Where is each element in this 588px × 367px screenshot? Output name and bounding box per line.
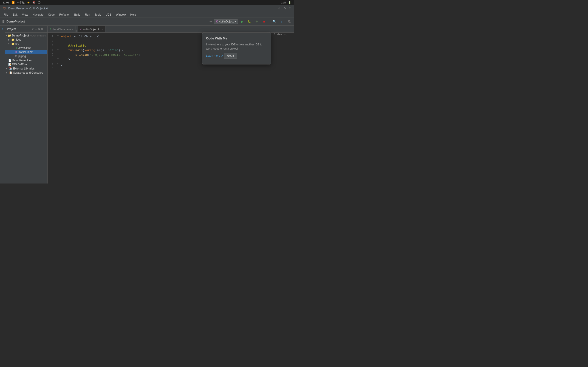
menu-navigate[interactable]: Navigate <box>31 13 45 17</box>
tree-item-readme[interactable]: 📝 README.md <box>5 62 47 67</box>
tree-path-demoproject: ~/DemoProject <box>30 34 46 37</box>
tree-label-kotlinobject: KotlinObject <box>18 50 33 54</box>
app-shield-icon: 🛡 <box>3 7 6 10</box>
indexing-label: Indexing... <box>274 33 292 37</box>
fold-icon-4[interactable]: ▽ <box>56 48 60 52</box>
tab-separator: | <box>76 29 78 32</box>
menu-build[interactable]: Build <box>72 13 82 17</box>
dropdown-icon: ▾ <box>234 20 236 23</box>
status-bar-top-left: 12:05 📶 中学版 ⚡ 🔇 ⓘ <box>3 1 40 4</box>
tree-item-demoproject[interactable]: ▾ 📁 DemoProject ~/DemoProject <box>5 33 47 38</box>
menu-view[interactable]: View <box>20 13 30 17</box>
panel-settings-icon[interactable]: ⚙ <box>32 27 34 31</box>
run-config-selector[interactable]: K KotlinObject ▾ <box>214 19 238 24</box>
panel-gear-icon[interactable]: ⚙ <box>41 27 43 31</box>
tree-item-external-libs[interactable]: ▶ 📚 External Libraries <box>5 67 47 71</box>
menu-run[interactable]: Run <box>83 13 92 17</box>
tree-label-src: src <box>15 42 19 45</box>
tab-kotlinobject[interactable]: K KotlinObject.kt × <box>78 26 105 32</box>
left-sidebar-icons: P <box>0 26 5 184</box>
code-line-8: 8 <box>48 67 294 71</box>
editor-area: J JavaClass.java × | K KotlinObject.kt ×… <box>48 26 294 184</box>
tree-item-pjpng[interactable]: 🖼 pj.png <box>5 54 47 58</box>
popup-title: Code With Me <box>206 36 267 40</box>
learn-more-link[interactable]: Learn more ↗ <box>206 54 223 57</box>
tree-label-pjpng: pj.png <box>18 55 26 58</box>
menu-vcs[interactable]: VCS <box>104 13 113 17</box>
tree-arrow: ▶ <box>6 67 8 70</box>
iml-file-icon: 📄 <box>8 59 11 62</box>
main-content: P ★ Favorites Structure Project ⚙ ☰ ⇅ ⚙ … <box>0 26 294 184</box>
fold-icon-7[interactable]: ▽ <box>56 62 60 65</box>
coverage-button[interactable]: ☂ <box>254 18 260 25</box>
tree-label-demoprojectiml: DemoProject.iml <box>12 59 32 62</box>
app-name: 中学版 <box>17 1 25 4</box>
panel-layout-icon[interactable]: ☰ <box>35 27 37 31</box>
menu-tools[interactable]: Tools <box>93 13 103 17</box>
debug-button[interactable]: 🐛 <box>246 18 253 25</box>
folder-icon-extlibs: 📚 <box>9 67 12 70</box>
tree-item-kotlinobject[interactable]: K KotlinObject <box>5 50 47 54</box>
tab-javaclass-close[interactable]: × <box>72 28 73 31</box>
java-file-icon: J <box>15 47 18 49</box>
status-bar-top: 12:05 📶 中学版 ⚡ 🔇 ⓘ 21% 🔋 <box>0 0 294 5</box>
project-panel: Project ⚙ ☰ ⇅ ⚙ − ▾ 📁 DemoProject ~/Demo… <box>5 26 48 184</box>
tree-arrow: ▾ <box>6 34 7 37</box>
mute-icon: 🔇 <box>32 1 36 4</box>
menu-help[interactable]: Help <box>128 13 138 17</box>
share-button[interactable]: ⇪ <box>289 7 291 10</box>
menu-code[interactable]: Code <box>46 13 57 17</box>
tree-item-javaclass[interactable]: J JavaClass <box>5 46 47 50</box>
tab-javaclass[interactable]: J JavaClass.java × <box>48 26 76 32</box>
menu-edit[interactable]: Edit <box>11 13 19 17</box>
panel-close-icon[interactable]: − <box>44 28 45 31</box>
popup-text: Invite others to your IDE or join anothe… <box>206 42 267 51</box>
star-button[interactable]: ☆ <box>278 7 281 10</box>
kotlin-run-icon: K <box>216 20 218 23</box>
editor-tabs: J JavaClass.java × | K KotlinObject.kt × <box>48 26 294 33</box>
menu-file[interactable]: File <box>2 13 10 17</box>
tree-label-idea: .idea <box>15 38 21 41</box>
project-icon-area: 🖥 DemoProject <box>2 20 25 23</box>
sidebar-project-toggle[interactable]: P <box>0 27 5 31</box>
got-it-button[interactable]: Got It <box>224 53 237 58</box>
tree-item-demoprojectiml[interactable]: 📄 DemoProject.iml <box>5 58 47 62</box>
tree-label-readme: README.md <box>12 63 28 66</box>
wifi-icon: 📶 <box>11 1 15 4</box>
update-button[interactable]: ↑ <box>278 18 285 25</box>
code-content-8 <box>60 67 294 71</box>
learn-more-text: Learn more <box>206 54 220 57</box>
tree-label-scratches: Scratches and Consoles <box>13 71 43 74</box>
toolbar-back-btn[interactable]: ↩ <box>208 19 213 24</box>
fold-icon-6[interactable]: ▽ <box>56 57 60 61</box>
run-config-name: KotlinObject <box>219 20 233 23</box>
fold-icon-1[interactable]: ▽ <box>56 34 60 38</box>
main-toolbar: 🖥 DemoProject ↩ K KotlinObject ▾ ▶ 🐛 ☂ ■… <box>0 17 294 26</box>
tab-kotlinobject-close[interactable]: × <box>102 28 103 31</box>
tree-item-src[interactable]: ▾ 📁 src <box>5 42 47 46</box>
project-tree: ▾ 📁 DemoProject ~/DemoProject ▶ 📁 .idea … <box>5 33 47 184</box>
battery-icon: 🔋 <box>288 1 291 4</box>
tab-java-icon: J <box>50 28 51 31</box>
tree-item-scratches[interactable]: ▶ 📋 Scratches and Consoles <box>5 71 47 75</box>
stop-button[interactable]: ■ <box>261 18 267 25</box>
panel-sort-icon[interactable]: ⇅ <box>38 27 40 31</box>
tree-arrow: ▾ <box>8 43 10 45</box>
menu-refactor[interactable]: Refactor <box>57 13 71 17</box>
menu-window[interactable]: Window <box>114 13 128 17</box>
kotlin-file-icon: K <box>15 51 18 53</box>
run-button[interactable]: ▶ <box>239 18 245 25</box>
tree-item-idea[interactable]: ▶ 📁 .idea <box>5 38 47 42</box>
code-with-me-popup: Code With Me Invite others to your IDE o… <box>202 33 271 65</box>
image-file-icon: 🖼 <box>15 55 18 58</box>
project-icon: 🖥 <box>2 20 5 23</box>
plugin-icon[interactable]: 🔌 <box>286 18 292 25</box>
search-everywhere-button[interactable]: 🔍 <box>271 18 277 25</box>
refresh-button[interactable]: ↻ <box>284 7 286 10</box>
bluetooth-icon: ⚡ <box>27 1 30 4</box>
tree-label-demoproject: DemoProject <box>12 34 29 37</box>
folder-icon-src: 📁 <box>11 42 15 45</box>
folder-icon-scratches: 📋 <box>9 71 12 74</box>
tab-kotlinobject-label: KotlinObject.kt <box>83 28 100 31</box>
project-panel-title: Project <box>7 27 31 31</box>
